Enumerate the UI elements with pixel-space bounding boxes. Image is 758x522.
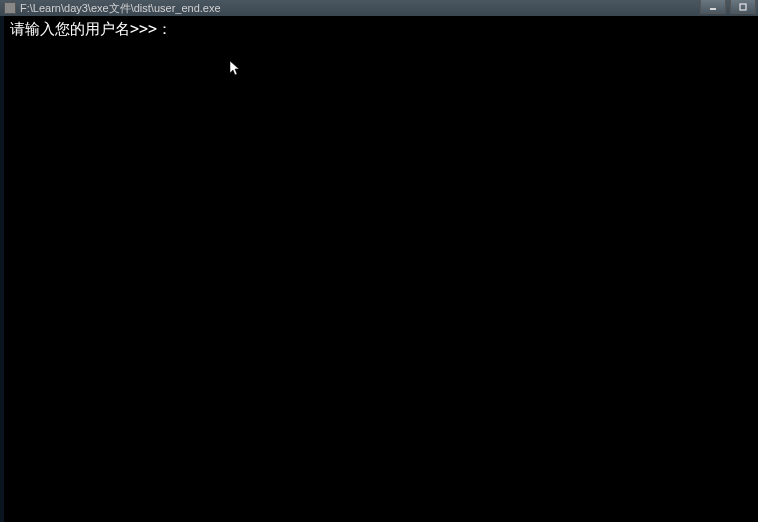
titlebar: F:\Learn\day3\exe文件\dist\user_end.exe xyxy=(0,0,758,16)
mouse-cursor-icon xyxy=(229,60,241,78)
console-area[interactable]: 请输入您的用户名>>>： xyxy=(0,16,758,522)
app-icon xyxy=(4,2,16,14)
prompt-text: 请输入您的用户名>>>： xyxy=(10,20,172,38)
maximize-button[interactable] xyxy=(730,0,756,14)
svg-rect-1 xyxy=(740,4,746,10)
minimize-button[interactable] xyxy=(700,0,726,14)
window-title: F:\Learn\day3\exe文件\dist\user_end.exe xyxy=(20,1,754,16)
window-controls xyxy=(700,0,756,14)
